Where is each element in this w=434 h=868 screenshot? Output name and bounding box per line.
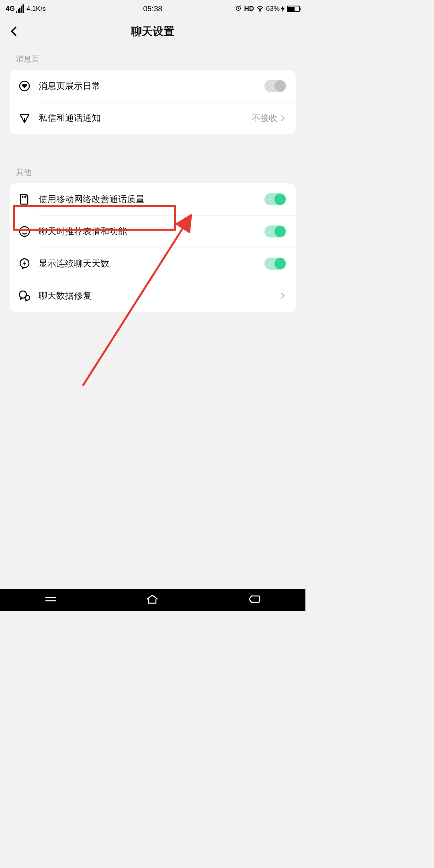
row-label: 显示连续聊天天数 [39, 258, 264, 270]
row-dm-notifications[interactable]: 私信和通话通知 不接收 [10, 102, 296, 134]
status-time: 05:38 [143, 4, 162, 13]
row-label: 聊天数据修复 [39, 290, 280, 302]
svg-point-5 [25, 229, 27, 231]
signal-bars-icon [16, 4, 24, 13]
bolt-bubble-icon [18, 257, 31, 270]
row-label: 私信和通话通知 [39, 112, 252, 124]
row-recommend-emoji[interactable]: 聊天时推荐表情和功能 [10, 215, 296, 248]
charging-icon [281, 5, 285, 13]
row-label: 使用移动网络改善通话质量 [39, 193, 264, 205]
section-label-messages: 消息页 [0, 45, 305, 70]
toggle-mobile-quality[interactable] [264, 193, 286, 205]
alarm-icon [235, 4, 242, 14]
row-mobile-quality[interactable]: 使用移动网络改善通话质量 [10, 183, 296, 215]
face-icon [18, 225, 31, 238]
row-label: 消息页展示日常 [39, 80, 264, 92]
network-type: 4G [6, 5, 15, 13]
toggle-recommend-emoji[interactable] [264, 225, 286, 237]
hd-indicator: HD [244, 5, 254, 13]
net-speed: 4.1K/s [27, 5, 46, 13]
sim-icon [18, 192, 31, 206]
page-title: 聊天设置 [131, 24, 174, 39]
heart-circle-icon [18, 79, 31, 93]
status-left: 4G 4.1K/s [6, 4, 46, 13]
battery-percent: 63% [266, 5, 280, 13]
nav-home-button[interactable] [145, 594, 159, 606]
nav-back-button[interactable] [248, 594, 261, 606]
toggle-show-daily[interactable] [264, 80, 286, 92]
card-other: 使用移动网络改善通话质量 聊天时推荐表情和功能 显示连续聊天天数 [10, 183, 296, 312]
row-value: 不接收 [252, 113, 277, 124]
card-messages: 消息页展示日常 私信和通话通知 不接收 [10, 70, 296, 134]
chevron-right-icon [280, 293, 286, 299]
status-bar: 4G 4.1K/s 05:38 HD 63% [0, 0, 305, 18]
back-button[interactable] [8, 25, 20, 37]
svg-point-8 [25, 295, 30, 300]
svg-point-4 [22, 229, 23, 231]
row-streak-days[interactable]: 显示连续聊天天数 [10, 248, 296, 280]
nav-recents-button[interactable] [44, 594, 57, 606]
row-repair-chat[interactable]: 聊天数据修复 [10, 280, 296, 312]
toggle-streak-days[interactable] [264, 258, 286, 270]
battery-icon [287, 6, 300, 12]
status-right: HD 63% [235, 4, 300, 14]
send-icon [18, 111, 31, 125]
chat-repair-icon [18, 289, 31, 303]
svg-point-1 [260, 10, 260, 11]
row-show-daily[interactable]: 消息页展示日常 [10, 70, 296, 102]
chevron-right-icon [280, 115, 286, 121]
section-label-other: 其他 [0, 158, 305, 183]
svg-point-3 [20, 227, 29, 236]
row-label: 聊天时推荐表情和功能 [39, 225, 264, 237]
wifi-icon [256, 5, 264, 13]
page-header: 聊天设置 [0, 18, 305, 45]
system-nav-bar [0, 589, 305, 611]
